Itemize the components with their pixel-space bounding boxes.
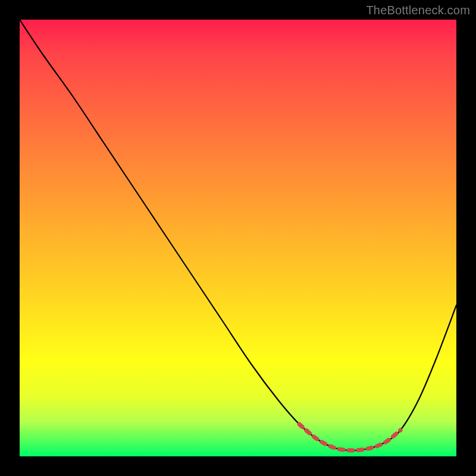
watermark-text: TheBottleneck.com xyxy=(366,4,470,17)
chart-plot-area xyxy=(20,20,456,456)
curve-valley-highlight xyxy=(299,424,400,450)
bottleneck-curve xyxy=(20,20,456,450)
chart-svg xyxy=(20,20,456,456)
